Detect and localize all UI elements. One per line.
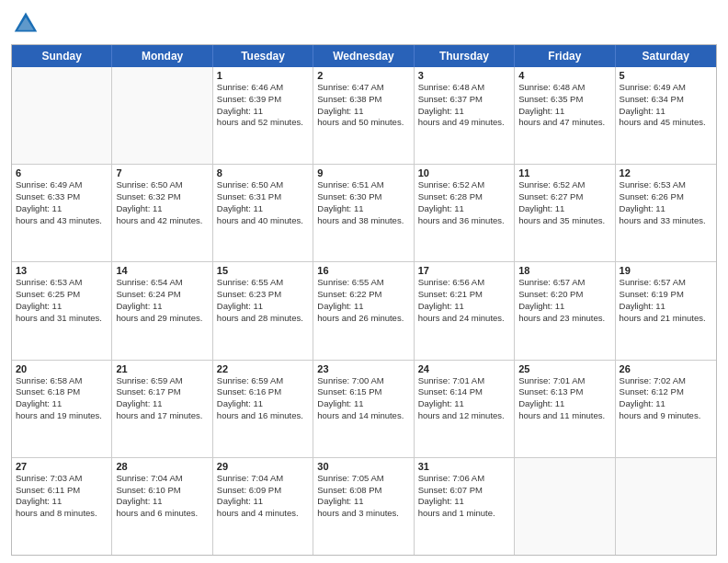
calendar-row-0: 1Sunrise: 6:46 AMSunset: 6:39 PMDaylight… (12, 67, 716, 164)
daylight-text: Daylight: 11 (620, 301, 712, 313)
sunset-text: Sunset: 6:15 PM (317, 386, 409, 398)
daylight-text: hours and 28 minutes. (217, 313, 309, 325)
header-day-monday: Monday (112, 45, 212, 67)
daylight-text: hours and 36 minutes. (418, 215, 510, 227)
sunrise-text: Sunrise: 6:55 AM (317, 277, 409, 289)
daylight-text: hours and 26 minutes. (317, 313, 409, 325)
sunset-text: Sunset: 6:23 PM (217, 289, 309, 301)
daylight-text: hours and 8 minutes. (16, 508, 108, 520)
daylight-text: Daylight: 11 (518, 106, 610, 118)
daylight-text: hours and 11 minutes. (518, 410, 610, 422)
day-number: 31 (418, 461, 510, 472)
day-number: 28 (116, 461, 208, 472)
daylight-text: Daylight: 11 (217, 301, 309, 313)
daylight-text: Daylight: 11 (16, 496, 108, 508)
sunrise-text: Sunrise: 7:01 AM (518, 375, 610, 387)
daylight-text: hours and 4 minutes. (217, 508, 309, 520)
day-number: 22 (217, 363, 309, 374)
sunrise-text: Sunrise: 6:48 AM (418, 82, 510, 94)
sunset-text: Sunset: 6:38 PM (317, 94, 409, 106)
day-cell-22: 22Sunrise: 6:59 AMSunset: 6:16 PMDayligh… (213, 361, 313, 457)
sunrise-text: Sunrise: 7:05 AM (317, 473, 409, 485)
day-cell-27: 27Sunrise: 7:03 AMSunset: 6:11 PMDayligh… (12, 458, 112, 555)
header-day-saturday: Saturday (616, 45, 716, 67)
day-cell-13: 13Sunrise: 6:53 AMSunset: 6:25 PMDayligh… (12, 262, 112, 359)
day-number: 10 (418, 167, 510, 178)
sunrise-text: Sunrise: 7:04 AM (116, 473, 208, 485)
daylight-text: Daylight: 11 (217, 496, 309, 508)
sunrise-text: Sunrise: 6:56 AM (418, 277, 510, 289)
day-cell-11: 11Sunrise: 6:52 AMSunset: 6:27 PMDayligh… (515, 165, 615, 261)
day-cell-24: 24Sunrise: 7:01 AMSunset: 6:14 PMDayligh… (415, 361, 515, 457)
sunset-text: Sunset: 6:12 PM (620, 386, 712, 398)
daylight-text: Daylight: 11 (317, 496, 409, 508)
sunset-text: Sunset: 6:10 PM (116, 485, 208, 497)
sunrise-text: Sunrise: 7:01 AM (418, 375, 510, 387)
sunset-text: Sunset: 6:28 PM (418, 191, 510, 203)
sunrise-text: Sunrise: 6:50 AM (116, 179, 208, 191)
sunset-text: Sunset: 6:13 PM (518, 386, 610, 398)
day-cell-28: 28Sunrise: 7:04 AMSunset: 6:10 PMDayligh… (112, 458, 212, 555)
daylight-text: hours and 19 minutes. (16, 410, 108, 422)
day-number: 3 (418, 70, 510, 81)
day-number: 27 (16, 461, 108, 472)
sunset-text: Sunset: 6:08 PM (317, 485, 409, 497)
day-number: 9 (317, 167, 409, 178)
sunrise-text: Sunrise: 6:55 AM (217, 277, 309, 289)
logo-icon (13, 9, 39, 35)
calendar-header: SundayMondayTuesdayWednesdayThursdayFrid… (12, 45, 716, 67)
logo (11, 9, 42, 39)
sunrise-text: Sunrise: 6:47 AM (317, 82, 409, 94)
day-cell-17: 17Sunrise: 6:56 AMSunset: 6:21 PMDayligh… (415, 262, 515, 359)
day-cell-9: 9Sunrise: 6:51 AMSunset: 6:30 PMDaylight… (313, 165, 414, 261)
daylight-text: hours and 23 minutes. (518, 313, 610, 325)
sunset-text: Sunset: 6:35 PM (518, 94, 610, 106)
day-cell-20: 20Sunrise: 6:58 AMSunset: 6:18 PMDayligh… (12, 361, 112, 457)
day-number: 30 (317, 461, 409, 472)
daylight-text: Daylight: 11 (217, 106, 309, 118)
sunrise-text: Sunrise: 7:04 AM (217, 473, 309, 485)
day-number: 8 (217, 167, 309, 178)
day-number: 5 (620, 70, 712, 81)
header-day-friday: Friday (515, 45, 615, 67)
sunrise-text: Sunrise: 7:00 AM (317, 375, 409, 387)
daylight-text: hours and 49 minutes. (418, 117, 510, 129)
daylight-text: Daylight: 11 (317, 203, 409, 215)
sunset-text: Sunset: 6:24 PM (116, 289, 208, 301)
day-cell-1: 1Sunrise: 6:46 AMSunset: 6:39 PMDaylight… (213, 67, 313, 164)
daylight-text: hours and 45 minutes. (620, 117, 712, 129)
daylight-text: hours and 42 minutes. (116, 215, 208, 227)
sunrise-text: Sunrise: 6:50 AM (217, 179, 309, 191)
day-number: 16 (317, 265, 409, 276)
daylight-text: Daylight: 11 (418, 106, 510, 118)
sunset-text: Sunset: 6:32 PM (116, 191, 208, 203)
day-number: 14 (116, 265, 208, 276)
calendar-row-3: 20Sunrise: 6:58 AMSunset: 6:18 PMDayligh… (12, 360, 716, 457)
sunrise-text: Sunrise: 6:51 AM (317, 179, 409, 191)
daylight-text: hours and 6 minutes. (116, 508, 208, 520)
empty-cell (112, 67, 212, 164)
sunset-text: Sunset: 6:39 PM (217, 94, 309, 106)
daylight-text: hours and 14 minutes. (317, 410, 409, 422)
sunrise-text: Sunrise: 6:57 AM (620, 277, 712, 289)
sunrise-text: Sunrise: 6:52 AM (418, 179, 510, 191)
sunset-text: Sunset: 6:25 PM (16, 289, 108, 301)
sunset-text: Sunset: 6:27 PM (518, 191, 610, 203)
day-number: 13 (16, 265, 108, 276)
sunrise-text: Sunrise: 7:03 AM (16, 473, 108, 485)
daylight-text: Daylight: 11 (217, 398, 309, 410)
sunrise-text: Sunrise: 6:49 AM (16, 179, 108, 191)
day-number: 4 (518, 70, 610, 81)
header (11, 9, 717, 39)
page: SundayMondayTuesdayWednesdayThursdayFrid… (0, 0, 728, 563)
sunrise-text: Sunrise: 7:06 AM (418, 473, 510, 485)
calendar-row-2: 13Sunrise: 6:53 AMSunset: 6:25 PMDayligh… (12, 261, 716, 359)
header-day-wednesday: Wednesday (313, 45, 414, 67)
sunset-text: Sunset: 6:19 PM (620, 289, 712, 301)
daylight-text: Daylight: 11 (116, 398, 208, 410)
day-cell-2: 2Sunrise: 6:47 AMSunset: 6:38 PMDaylight… (313, 67, 414, 164)
daylight-text: Daylight: 11 (418, 496, 510, 508)
day-cell-25: 25Sunrise: 7:01 AMSunset: 6:13 PMDayligh… (515, 361, 615, 457)
day-cell-21: 21Sunrise: 6:59 AMSunset: 6:17 PMDayligh… (112, 361, 212, 457)
sunset-text: Sunset: 6:11 PM (16, 485, 108, 497)
